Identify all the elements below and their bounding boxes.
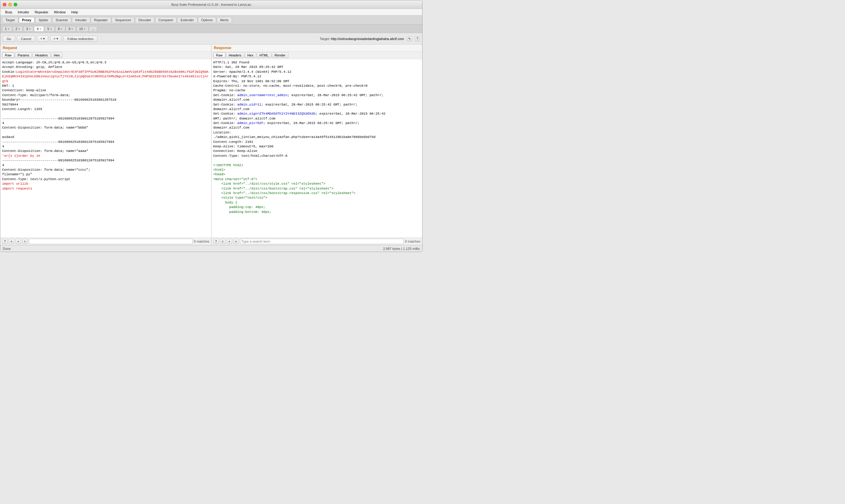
response-content-length: Content-Length: 2101: [213, 140, 254, 144]
response-set-cookie-4-domain: domain=.alictf.com: [213, 126, 249, 129]
request-search-add-btn[interactable]: +: [16, 239, 21, 244]
response-set-cookie-1-suffix: ; expires=Sat, 28-Mar-2015 06:25:42 GMT;…: [288, 93, 384, 97]
sub-tab-10[interactable]: 10×: [76, 26, 88, 32]
target-label: Target: http://xishouliangmixiadedanling…: [320, 37, 404, 41]
sub-tabs-bar: 1× 2× 3× 4× 5× 8× 9× 10× ...: [0, 24, 422, 33]
menu-bar: Burp Intruder Repeater Window Help: [0, 9, 422, 16]
response-tab-hex[interactable]: Hex: [245, 52, 256, 58]
response-tab-html[interactable]: HTML: [257, 52, 271, 58]
menu-burp[interactable]: Burp: [3, 10, 15, 15]
sub-tab-3[interactable]: 3×: [23, 26, 33, 32]
response-search-next-btn[interactable]: >: [234, 239, 239, 244]
tab-sequencer[interactable]: Sequencer: [112, 17, 135, 23]
response-search-prev-btn[interactable]: <: [220, 239, 225, 244]
maximize-button[interactable]: [14, 3, 17, 6]
follow-redirect-button[interactable]: Follow redirection: [64, 36, 98, 42]
response-search-matches: 0 matches: [405, 239, 420, 243]
status-left: Done: [3, 247, 11, 251]
edit-target-icon[interactable]: ✎: [407, 36, 412, 41]
request-search-next-btn[interactable]: >: [22, 239, 28, 244]
sub-tab-4[interactable]: 4×: [34, 26, 44, 32]
tab-proxy[interactable]: Proxy: [19, 17, 35, 23]
response-set-cookie-3-prefix: Set-Cookie:: [213, 112, 237, 115]
response-location-value: ./admin_qishi_jintian_meiyou_chizaofan.p…: [213, 135, 376, 139]
request-content[interactable]: Accept-Language: zh-CN,zh;q=0.8,en-US;q=…: [0, 59, 211, 237]
request-tab-params[interactable]: Params: [15, 52, 32, 58]
response-tab-headers[interactable]: Headers: [226, 52, 244, 58]
response-link2: <link href="../dist/css/bootstrap.css" r…: [213, 187, 333, 191]
response-html-tag: <html>: [213, 168, 225, 172]
sub-tab-2[interactable]: 2×: [13, 26, 23, 32]
response-search-help-btn[interactable]: ?: [213, 239, 219, 244]
response-set-cookie-2-blue: admin_uid=11: [237, 103, 261, 106]
sub-tab-5[interactable]: 5×: [45, 26, 55, 32]
response-search-input[interactable]: [240, 239, 404, 244]
tab-repeater[interactable]: Repeater: [91, 17, 111, 23]
tab-decoder[interactable]: Decoder: [135, 17, 155, 23]
response-panel-tabs: Raw Headers Hex HTML Render: [211, 52, 422, 59]
toolbar: Go Cancel < ▾ > ▾ Follow redirection Tar…: [0, 33, 422, 44]
response-search-add-btn[interactable]: +: [227, 239, 232, 244]
response-content-type: Content-Type: text/html;charset=UTF-8: [213, 154, 288, 158]
response-body-tag: body {: [213, 201, 237, 204]
response-set-cookie-4-prefix: Set-Cookie:: [213, 121, 237, 125]
main-tabs-bar: Target Proxy Spider Scanner Intruder Rep…: [0, 16, 422, 24]
response-set-cookie-2-prefix: Set-Cookie:: [213, 103, 237, 106]
response-set-cookie-1-prefix: Set-Cookie:: [213, 93, 237, 97]
request-tab-raw[interactable]: Raw: [2, 52, 14, 58]
menu-repeater[interactable]: Repeater: [32, 10, 51, 15]
response-tab-raw[interactable]: Raw: [213, 52, 225, 58]
response-tab-render[interactable]: Render: [272, 52, 288, 58]
sub-tab-8[interactable]: 8×: [55, 26, 65, 32]
response-set-cookie-4-suffix: ; expires=Sat, 28-Mar-2015 06:25:42 GMT;…: [263, 121, 360, 125]
response-http-line: HTTP/1.1 302 Found: [213, 61, 249, 64]
response-keep-alive: Keep-Alive: timeout=5, max=100: [213, 145, 274, 148]
menu-window[interactable]: Window: [51, 10, 68, 15]
sub-tab-1[interactable]: 1×: [2, 26, 12, 32]
tab-intruder[interactable]: Intruder: [72, 17, 90, 23]
cancel-button[interactable]: Cancel: [17, 36, 35, 42]
menu-intruder[interactable]: Intruder: [15, 10, 32, 15]
go-button[interactable]: Go: [3, 36, 15, 42]
response-style-tag: <style type="text/css">: [213, 196, 268, 200]
window-title: Burp Suite Professional v1.5.18 - licens…: [172, 3, 251, 6]
response-set-cookie-3-blue: admin_sign=ZTk4MDA5OThlY2Y4NDI3ZQ%3D%3D: [237, 112, 315, 115]
tab-scanner[interactable]: Scanner: [52, 17, 71, 23]
request-search-help-btn[interactable]: ?: [2, 239, 7, 244]
response-set-cookie-1-blue: admin_username=test_admin: [237, 93, 288, 97]
request-after-injection: ----------------------------881696625103…: [2, 159, 115, 181]
response-connection: Connection: Keep-Alive: [213, 149, 257, 153]
response-expires: Expires: Thu, 19 Nov 1981 08:52:00 GMT: [213, 79, 290, 83]
close-button[interactable]: [3, 3, 6, 6]
tab-spider[interactable]: Spider: [35, 17, 52, 23]
request-tab-hex[interactable]: Hex: [51, 52, 63, 58]
response-content[interactable]: HTTP/1.1 302 Found Date: Sat, 28 Mar 201…: [211, 59, 422, 237]
request-search-prev-btn[interactable]: <: [9, 239, 14, 244]
tab-comparer[interactable]: Comparer: [155, 17, 177, 23]
response-cache-control: Cache-Control: no-store, no-cache, must-…: [213, 84, 367, 88]
nav-back-button[interactable]: < ▾: [37, 35, 48, 42]
response-padding-top: padding-top: 40px;: [213, 205, 265, 209]
request-search-input[interactable]: [29, 239, 193, 244]
tab-extender[interactable]: Extender: [177, 17, 197, 23]
sub-tab-more[interactable]: ...: [89, 26, 97, 32]
minimize-button[interactable]: [8, 3, 12, 6]
request-tab-headers[interactable]: Headers: [33, 52, 51, 58]
response-powered-by: X-Powered-By: PHP/5.4.12: [213, 75, 261, 78]
help-icon[interactable]: ?: [415, 36, 420, 41]
response-link3: <link href="../dist/css/bootstrap-respon…: [213, 191, 356, 195]
request-title: Request: [0, 44, 211, 52]
sub-tab-9[interactable]: 9×: [66, 26, 76, 32]
response-padding-bottom: padding-bottom: 40px;: [213, 210, 271, 214]
response-title: Response: [211, 44, 422, 52]
response-set-cookie-3-extra: GMT; path=/; domain=.alictf.com: [213, 117, 276, 120]
nav-forward-button[interactable]: > ▾: [50, 35, 61, 42]
response-link1: <link href="../dist/css/style.css" rel="…: [213, 182, 326, 185]
main-window: Burp Suite Professional v1.5.18 - licens…: [0, 0, 422, 252]
response-panel: Response Raw Headers Hex HTML Render HTT…: [211, 44, 422, 245]
tab-target[interactable]: Target: [2, 17, 18, 23]
response-set-cookie-3-suffix: ; expires=Sat, 28-Mar-2015 06:25:42: [315, 112, 385, 115]
tab-alerts[interactable]: Alerts: [217, 17, 232, 23]
tab-options[interactable]: Options: [198, 17, 216, 23]
menu-help[interactable]: Help: [69, 10, 81, 15]
